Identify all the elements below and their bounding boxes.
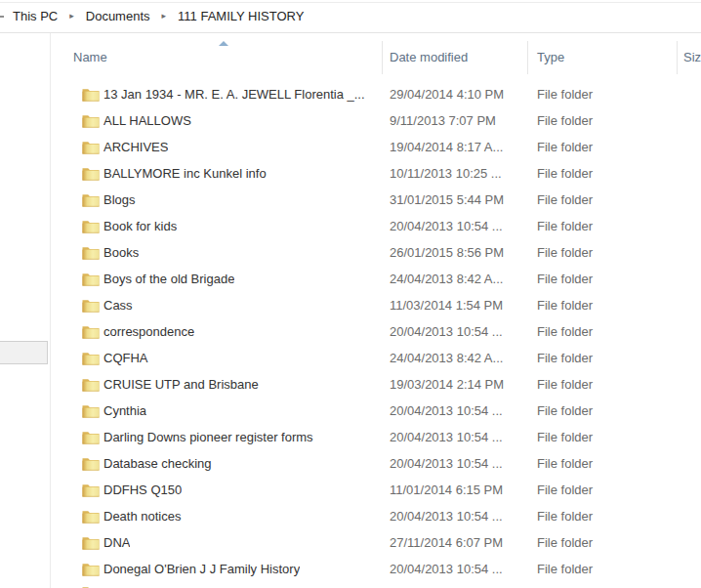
address-icon-fragment <box>0 16 4 18</box>
column-header-date-modified[interactable]: Date modified <box>390 50 468 64</box>
folder-icon <box>82 431 100 444</box>
folder-icon <box>82 299 100 313</box>
file-name-cell: 13 Jan 1934 - MR. E. A. JEWELL Florentia… <box>82 87 382 102</box>
folder-icon <box>82 457 100 471</box>
folder-icon <box>82 88 100 102</box>
file-date-modified: 20/04/2013 10:54 ... <box>382 403 527 418</box>
file-name: DNA <box>103 535 130 550</box>
file-date-modified: 20/04/2013 10:54 ... <box>382 456 527 471</box>
file-type: File folder <box>527 219 677 233</box>
file-name: Boys of the old Brigade <box>103 272 234 286</box>
file-date-modified: 10/11/2013 10:25 ... <box>382 166 527 181</box>
file-row[interactable]: CQFHA 24/04/2013 8:42 A... File folder <box>0 345 701 371</box>
breadcrumb-item-documents[interactable]: Documents <box>82 9 154 23</box>
file-type: File folder <box>527 140 677 154</box>
file-name-cell: Boys of the old Brigade <box>82 272 382 286</box>
file-name-cell: CRUISE UTP and Brisbane <box>82 377 382 392</box>
folder-icon <box>82 167 100 181</box>
file-date-modified: 19/03/2014 2:14 PM <box>382 377 527 392</box>
file-row[interactable]: ALL HALLOWS 9/11/2013 7:07 PM File folde… <box>0 107 701 134</box>
file-row[interactable]: Books 26/01/2015 8:56 PM File folder <box>0 239 701 266</box>
file-row[interactable]: Cass 11/03/2014 1:54 PM File folder <box>0 292 701 318</box>
column-header-type[interactable]: Type <box>537 50 564 64</box>
file-name-cell: BALLYMORE inc Kunkel info <box>82 166 382 181</box>
folder-icon <box>82 141 100 154</box>
file-type: File folder <box>527 166 677 181</box>
file-row[interactable]: BALLYMORE inc Kunkel info 10/11/2013 10:… <box>0 160 701 187</box>
column-resize-handle[interactable] <box>677 41 678 74</box>
file-name: Book for kids <box>103 219 177 233</box>
file-type: File folder <box>527 87 677 102</box>
file-name-cell: Database checking <box>82 456 382 471</box>
file-name-cell: Book for kids <box>82 219 382 233</box>
file-row[interactable]: Cynthia 20/04/2013 10:54 ... File folder <box>0 398 701 424</box>
file-name: Blogs <box>103 192 136 207</box>
file-date-modified: 11/01/2014 6:15 PM <box>382 483 527 497</box>
file-date-modified: 9/11/2013 7:07 PM <box>382 113 527 128</box>
file-name-cell: DDFHS Q150 <box>82 483 382 497</box>
file-date-modified: 20/04/2013 10:54 ... <box>382 219 527 233</box>
file-type: File folder <box>527 324 677 339</box>
file-name-cell: ALL HALLOWS <box>82 113 382 128</box>
file-name-cell: Donegal O'Brien J J Family History <box>82 562 382 576</box>
folder-icon <box>82 483 100 497</box>
file-date-modified: 26/01/2015 8:56 PM <box>382 245 527 260</box>
file-name: CQFHA <box>103 351 148 365</box>
file-row[interactable]: 13 Jan 1934 - MR. E. A. JEWELL Florentia… <box>0 81 701 107</box>
file-row[interactable]: Database checking 20/04/2013 10:54 ... F… <box>0 450 701 477</box>
breadcrumb-item-this-pc[interactable]: This PC <box>9 9 62 23</box>
file-date-modified: 27/11/2014 6:07 PM <box>382 535 527 550</box>
file-type: File folder <box>527 113 677 128</box>
file-type: File folder <box>527 272 677 286</box>
folder-icon <box>82 273 100 286</box>
column-header-name[interactable]: Name <box>73 50 107 64</box>
folder-icon <box>82 246 100 260</box>
file-name: ARCHIVES <box>103 140 168 154</box>
file-type: File folder <box>527 456 677 471</box>
file-name: Donegal O'Brien J J Family History <box>103 562 300 576</box>
file-date-modified: 11/03/2014 1:54 PM <box>382 298 527 313</box>
file-name-cell: correspondence <box>82 324 382 339</box>
folder-icon <box>82 510 100 524</box>
file-row[interactable]: CRUISE UTP and Brisbane 19/03/2014 2:14 … <box>0 371 701 398</box>
file-name: Cynthia <box>103 403 146 418</box>
file-name-cell: ARCHIVES <box>82 140 382 154</box>
folder-icon <box>82 220 100 233</box>
file-row[interactable]: Donegal O'Brien J J Family History 20/04… <box>0 556 701 582</box>
folder-icon <box>82 352 100 365</box>
folder-icon <box>82 114 100 128</box>
file-date-modified: 20/04/2013 10:54 ... <box>382 562 527 576</box>
folder-icon <box>82 378 100 392</box>
file-date-modified: 31/01/2015 5:44 PM <box>382 192 527 207</box>
column-resize-handle[interactable] <box>527 41 528 74</box>
file-row[interactable]: correspondence 20/04/2013 10:54 ... File… <box>0 318 701 345</box>
file-type: File folder <box>527 483 677 497</box>
column-resize-handle[interactable] <box>382 41 383 74</box>
file-name: Darling Downs pioneer register forms <box>103 430 313 444</box>
file-row[interactable]: DDFHS Q150 11/01/2014 6:15 PM File folde… <box>0 477 701 503</box>
address-bar: This PC ▸ Documents ▸ 111 FAMILY HISTORY <box>0 0 701 33</box>
file-row[interactable]: Book for kids 20/04/2013 10:54 ... File … <box>0 213 701 239</box>
file-type: File folder <box>527 351 677 365</box>
file-row[interactable]: Darling Downs pioneer register forms 20/… <box>0 424 701 450</box>
file-row[interactable]: Boys of the old Brigade 24/04/2013 8:42 … <box>0 266 701 292</box>
file-type: File folder <box>527 430 677 444</box>
file-type: File folder <box>527 562 677 576</box>
sort-ascending-icon <box>219 41 228 46</box>
file-name-cell: Death notices <box>82 509 382 524</box>
folder-icon <box>82 536 100 550</box>
file-row[interactable]: Death notices 20/04/2013 10:54 ... File … <box>0 503 701 529</box>
column-header-size[interactable]: Size <box>683 50 701 64</box>
file-date-modified: 20/04/2013 10:54 ... <box>382 430 527 444</box>
file-type: File folder <box>527 535 677 550</box>
file-name-cell: Books <box>82 245 382 260</box>
file-row[interactable]: ARCHIVES 19/04/2014 8:17 A... File folde… <box>0 134 701 160</box>
file-name-cell: Cass <box>82 298 382 313</box>
file-type: File folder <box>527 245 677 260</box>
breadcrumb-item-current-folder[interactable]: 111 FAMILY HISTORY <box>174 9 308 23</box>
file-list: 13 Jan 1934 - MR. E. A. JEWELL Florentia… <box>0 81 701 582</box>
file-row[interactable]: Blogs 31/01/2015 5:44 PM File folder <box>0 187 701 213</box>
file-row[interactable]: DNA 27/11/2014 6:07 PM File folder <box>0 529 701 556</box>
file-name: BALLYMORE inc Kunkel info <box>103 166 267 181</box>
file-name-cell: Darling Downs pioneer register forms <box>82 430 382 444</box>
